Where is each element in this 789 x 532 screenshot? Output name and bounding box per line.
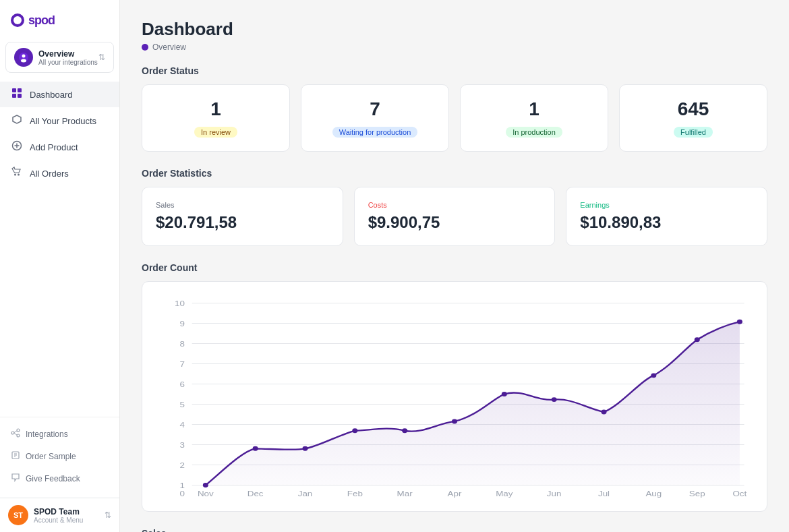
status-badge-waiting: Waiting for production	[332, 127, 418, 138]
order-stats-title: Order Statistics	[142, 168, 767, 179]
svg-point-17	[17, 434, 20, 437]
svg-point-4	[22, 55, 26, 58]
products-label: All Your Products	[30, 116, 96, 126]
user-name: SPOD Team	[34, 507, 99, 516]
svg-text:3: 3	[180, 441, 185, 450]
stat-label-costs: Costs	[368, 201, 542, 209]
order-count-title: Order Count	[142, 262, 767, 273]
page-title: Dashboard	[142, 19, 767, 40]
svg-text:Mar: Mar	[397, 490, 413, 498]
svg-point-64	[695, 337, 700, 342]
orders-label: All Orders	[30, 169, 69, 179]
line-chart-svg: 10 9 8 7 6 5 4 3 2 1 0 Nov Dec Jan Feb M…	[156, 295, 753, 498]
stat-label-earnings: Earnings	[580, 201, 753, 209]
svg-text:6: 6	[180, 380, 185, 389]
sales-title: Sales	[142, 528, 767, 532]
svg-text:5: 5	[180, 401, 185, 409]
status-badge-production: In production	[506, 127, 562, 138]
svg-text:Dec: Dec	[247, 490, 264, 498]
user-footer-info: SPOD Team Account & Menu	[34, 507, 99, 524]
stat-value-costs: $9.900,75	[368, 213, 542, 232]
stat-card-sales: Sales $20.791,58	[142, 187, 343, 246]
account-switcher[interactable]: Overview All your integrations ⇅	[5, 42, 114, 73]
account-subtitle: All your integrations	[38, 59, 98, 66]
sidebar-item-integrations[interactable]: Integrations	[5, 423, 114, 445]
svg-text:Apr: Apr	[448, 490, 462, 498]
svg-point-14	[18, 174, 20, 176]
svg-text:spod: spod	[28, 13, 55, 27]
dashboard-label: Dashboard	[30, 90, 73, 100]
chevron-icon: ⇅	[98, 53, 105, 62]
stat-value-earnings: $10.890,83	[580, 213, 753, 232]
status-card-waiting: 7 Waiting for production	[301, 84, 449, 152]
status-card-fulfilled: 645 Fulfilled	[619, 84, 767, 152]
sidebar-item-add-product[interactable]: Add Product	[0, 134, 119, 160]
subtitle-dot-icon	[142, 44, 148, 51]
svg-text:10: 10	[175, 299, 185, 308]
integrations-icon	[11, 428, 20, 440]
svg-point-59	[452, 419, 457, 423]
user-footer[interactable]: ST SPOD Team Account & Menu ⇅	[0, 498, 119, 532]
svg-point-15	[11, 432, 14, 434]
sidebar: spod Overview All your integrations ⇅ Da…	[0, 0, 120, 532]
feedback-icon	[11, 473, 20, 484]
svg-text:Sep: Sep	[689, 490, 705, 498]
svg-point-62	[601, 410, 606, 415]
app-logo: spod	[11, 11, 109, 34]
account-info: Overview All your integrations	[38, 49, 98, 66]
svg-text:Aug: Aug	[645, 490, 662, 498]
sidebar-item-products[interactable]: All Your Products	[0, 108, 119, 134]
dashboard-icon	[11, 88, 23, 101]
account-name: Overview	[38, 49, 98, 59]
stats-cards: Sales $20.791,58 Costs $9.900,75 Earning…	[142, 187, 767, 246]
feedback-label: Give Feedback	[26, 474, 80, 483]
svg-text:Oct: Oct	[732, 490, 747, 498]
stat-card-earnings: Earnings $10.890,83	[566, 187, 767, 246]
svg-text:Nov: Nov	[198, 490, 214, 498]
sidebar-item-orders[interactable]: All Orders	[0, 160, 119, 186]
stat-card-costs: Costs $9.900,75	[354, 187, 556, 246]
page-header: Dashboard Overview	[142, 19, 767, 52]
order-status-title: Order Status	[142, 65, 767, 76]
svg-rect-7	[18, 88, 22, 92]
svg-rect-8	[12, 94, 16, 98]
svg-text:Feb: Feb	[347, 490, 363, 498]
status-card-production: 1 In production	[460, 84, 608, 152]
svg-point-16	[17, 429, 20, 432]
svg-point-58	[402, 428, 407, 433]
svg-text:Jan: Jan	[298, 490, 313, 498]
sidebar-item-order-sample[interactable]: Order Sample	[5, 445, 114, 467]
stat-label-sales: Sales	[156, 201, 329, 209]
status-card-review: 1 In review	[142, 84, 290, 152]
main-content: Dashboard Overview Order Status 1 In rev…	[120, 0, 789, 532]
page-subtitle: Overview	[142, 42, 767, 52]
products-icon	[11, 114, 23, 127]
status-number-fulfilled: 645	[631, 98, 756, 120]
account-avatar	[14, 48, 33, 67]
sidebar-item-dashboard[interactable]: Dashboard	[0, 82, 119, 107]
stat-value-sales: $20.791,58	[156, 213, 329, 232]
add-product-icon	[11, 140, 23, 154]
svg-text:Jul: Jul	[598, 490, 610, 498]
svg-point-65	[737, 320, 742, 324]
svg-point-61	[552, 397, 557, 402]
svg-text:May: May	[496, 490, 513, 498]
svg-point-54	[203, 483, 208, 487]
sidebar-item-feedback[interactable]: Give Feedback	[5, 467, 114, 490]
user-subtitle: Account & Menu	[34, 516, 99, 524]
svg-text:7: 7	[180, 360, 185, 369]
integrations-label: Integrations	[26, 430, 68, 439]
svg-rect-6	[12, 88, 16, 92]
svg-point-1	[13, 16, 22, 24]
svg-text:Jun: Jun	[547, 490, 562, 498]
status-number-waiting: 7	[312, 98, 438, 120]
svg-point-57	[352, 428, 357, 433]
svg-text:0: 0	[180, 490, 185, 498]
sidebar-nav: Dashboard All Your Products Add Product …	[0, 78, 119, 417]
status-cards: 1 In review 7 Waiting for production 1 I…	[142, 84, 767, 152]
svg-text:2: 2	[180, 461, 185, 470]
order-sample-label: Order Sample	[26, 452, 76, 461]
svg-point-5	[21, 59, 26, 63]
svg-point-63	[651, 373, 656, 378]
svg-point-60	[502, 392, 507, 396]
